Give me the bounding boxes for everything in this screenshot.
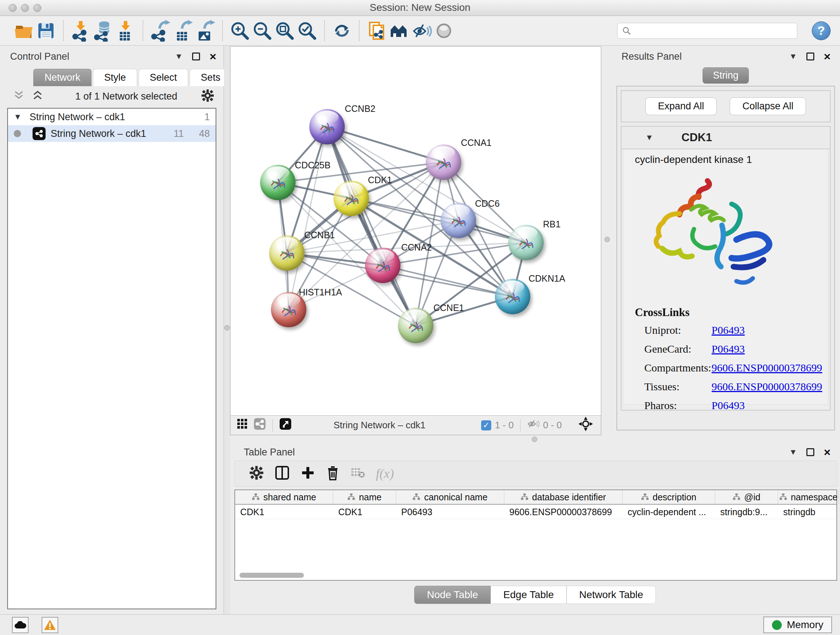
horizontal-splitter[interactable] [230, 435, 840, 444]
zoom-fit-icon[interactable] [273, 19, 296, 42]
network-node-CCNB1[interactable] [269, 235, 305, 271]
table-cell[interactable]: stringdb [778, 505, 839, 519]
open-folder-icon[interactable] [12, 19, 35, 42]
control-panel-float-icon[interactable] [192, 52, 200, 60]
tab-string[interactable]: String [703, 67, 749, 84]
zoom-out-icon[interactable] [251, 19, 273, 42]
left-splitter[interactable] [224, 46, 230, 614]
vertical-splitter[interactable] [601, 46, 614, 435]
crosslink-tissues[interactable]: 9606.ENSP00000378699 [712, 380, 822, 393]
network-node-CCNA2[interactable] [365, 248, 401, 283]
export-table-icon[interactable] [172, 19, 194, 42]
import-network-file-icon[interactable] [69, 19, 92, 42]
grid-view-icon[interactable] [237, 418, 248, 432]
control-panel: Control Panel ▼ × Network Style Select S… [0, 46, 224, 614]
tab-edge-table[interactable]: Edge Table [491, 586, 567, 604]
table-settings-gear-icon[interactable] [249, 466, 264, 481]
cloud-status-button[interactable] [12, 617, 28, 633]
import-table-icon[interactable] [114, 19, 137, 42]
tab-network-table[interactable]: Network Table [567, 586, 656, 604]
network-node-CCNA1[interactable] [426, 144, 461, 180]
table-cell[interactable]: 9606.ENSP00000378699 [504, 505, 622, 519]
export-image-icon[interactable] [194, 19, 216, 42]
network-from-selection-icon[interactable] [365, 19, 388, 42]
column-header-name[interactable]: name [333, 490, 396, 504]
save-icon[interactable] [35, 19, 57, 42]
table-cell[interactable]: stringdb:9... [715, 505, 778, 519]
import-network-database-icon[interactable] [92, 19, 114, 42]
expand-all-icon[interactable] [33, 90, 43, 103]
table-cell[interactable]: CDK1 [333, 505, 396, 519]
expand-all-button[interactable]: Expand All [645, 97, 717, 115]
network-share-view-icon[interactable] [254, 418, 266, 432]
column-header-shared-name[interactable]: shared name [235, 490, 333, 504]
table-horizontal-scrollbar[interactable] [240, 573, 304, 578]
table-panel-title: Table Panel [244, 447, 295, 458]
memory-button[interactable]: Memory [763, 616, 832, 633]
table-panel-float-icon[interactable] [806, 448, 814, 456]
search-input[interactable] [635, 25, 793, 36]
network-collection-row[interactable]: ▼ String Network – cdk1 1 [8, 109, 216, 125]
control-panel-close-icon[interactable]: × [210, 52, 216, 60]
table-cell[interactable]: cyclin-dependent ... [622, 505, 715, 519]
network-node-CDC25B[interactable] [260, 165, 295, 200]
tab-node-table[interactable]: Node Table [414, 586, 491, 604]
column-header-description[interactable]: description [622, 490, 715, 504]
crosslink-compartments[interactable]: 9606.ENSP00000378699 [712, 362, 822, 374]
zoom-window-button[interactable] [33, 4, 41, 12]
collection-expand-icon[interactable]: ▼ [14, 112, 22, 122]
show-columns-icon[interactable] [275, 465, 290, 482]
network-node-CCNE1[interactable] [398, 308, 433, 343]
zoom-in-icon[interactable] [229, 19, 251, 42]
selected-nodes-checkbox[interactable]: ✓ [481, 420, 491, 431]
network-canvas[interactable]: CCNB2CCNA1CDC25BCDK1CDC6RB1CCNB1CCNA2CDK… [231, 47, 601, 415]
network-node-CDKN1A[interactable] [495, 279, 531, 314]
add-column-icon[interactable] [301, 466, 315, 481]
table-panel-collapse-icon[interactable]: ▼ [789, 448, 797, 457]
hide-selected-icon[interactable] [410, 19, 433, 42]
column-header-namespace[interactable]: namespace [778, 490, 839, 504]
open-in-window-icon[interactable] [279, 418, 292, 432]
zoom-selected-icon[interactable] [296, 19, 318, 42]
crosslink-pharos[interactable]: P06493 [712, 399, 745, 410]
results-panel-float-icon[interactable] [806, 52, 814, 60]
section-expand-icon[interactable]: ▼ [645, 133, 653, 142]
table-panel-close-icon[interactable]: × [824, 448, 831, 456]
column-header-canonical-name[interactable]: canonical name [396, 490, 504, 504]
crosslink-genecard[interactable]: P06493 [712, 343, 745, 355]
warning-button[interactable] [42, 617, 58, 633]
network-node-CDK1[interactable] [333, 181, 369, 216]
birdseye-view-icon[interactable] [578, 417, 593, 434]
refresh-icon[interactable] [331, 19, 353, 42]
table-row[interactable]: CDK1CDK1P064939606.ENSP00000378699cyclin… [235, 505, 836, 519]
cdk1-section-header[interactable]: ▼ CDK1 [622, 127, 830, 149]
table-cell[interactable]: CDK1 [235, 505, 333, 519]
results-panel-close-icon[interactable]: × [824, 52, 831, 60]
collapse-all-button[interactable]: Collapse All [729, 97, 806, 115]
gene-name: CDK1 [682, 131, 712, 144]
network-node-RB1[interactable] [508, 225, 544, 260]
column-header-@id[interactable]: @id [715, 490, 778, 504]
network-node-CCNB2[interactable] [309, 109, 345, 144]
network-options-gear-icon[interactable] [201, 89, 214, 103]
neighbors-icon[interactable] [388, 19, 410, 42]
close-window-button[interactable] [9, 4, 17, 12]
results-panel-collapse-icon[interactable]: ▼ [789, 52, 797, 61]
tab-style[interactable]: Style [93, 69, 137, 86]
table-panel: Table Panel ▼ × f(x) shared na [230, 444, 840, 614]
column-header-database-identifier[interactable]: database identifier [504, 490, 622, 504]
delete-column-icon[interactable] [326, 465, 340, 482]
network-row-selected[interactable]: String Network – cdk1 11 48 [8, 125, 216, 142]
minimize-window-button[interactable] [21, 4, 29, 12]
help-icon[interactable]: ? [812, 21, 831, 40]
tab-select[interactable]: Select [139, 69, 188, 86]
crosslink-uniprot[interactable]: P06493 [712, 324, 745, 336]
show-all-icon[interactable] [433, 19, 455, 42]
control-panel-collapse-icon[interactable]: ▼ [175, 52, 183, 61]
collapse-all-icon[interactable] [14, 90, 24, 103]
network-node-CDC6[interactable] [441, 203, 476, 238]
network-selection-status: 1 of 1 Network selected [51, 91, 201, 102]
table-cell[interactable]: P06493 [396, 505, 504, 519]
export-network-icon[interactable] [149, 19, 172, 42]
tab-network[interactable]: Network [33, 69, 92, 86]
